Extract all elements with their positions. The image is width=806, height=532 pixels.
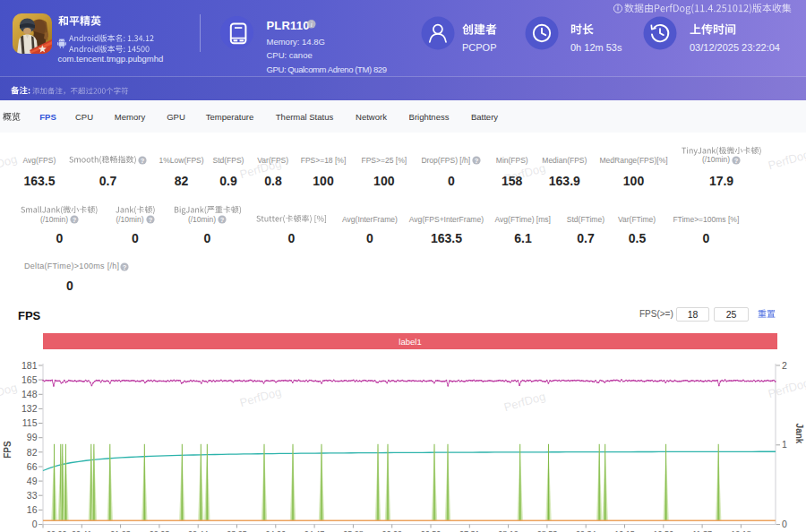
- svg-text:09:34: 09:34: [576, 529, 596, 532]
- svg-text:0: 0: [782, 519, 787, 529]
- svg-text:10:15: 10:15: [614, 529, 635, 532]
- svg-text:?: ?: [475, 157, 479, 165]
- svg-text:07:31: 07:31: [459, 529, 480, 532]
- svg-text:181: 181: [21, 360, 38, 371]
- svg-text:16: 16: [27, 504, 38, 515]
- svg-text:06:09: 06:09: [382, 529, 402, 532]
- svg-text:132: 132: [21, 403, 38, 414]
- svg-text:08:53: 08:53: [537, 529, 558, 532]
- svg-text:05:28: 05:28: [343, 529, 364, 532]
- svg-text:10:56: 10:56: [654, 529, 674, 532]
- svg-text:99: 99: [27, 432, 38, 442]
- svg-text:01:23: 01:23: [110, 529, 131, 532]
- svg-text:02:44: 02:44: [188, 529, 209, 532]
- svg-text:08:12: 08:12: [498, 529, 519, 532]
- svg-text:i: i: [311, 21, 313, 29]
- svg-text:00:41: 00:41: [72, 529, 92, 532]
- svg-text:33: 33: [27, 490, 38, 501]
- svg-text:?: ?: [141, 157, 145, 165]
- svg-text:2: 2: [782, 360, 787, 371]
- svg-text:?: ?: [148, 215, 152, 223]
- svg-text:?: ?: [220, 215, 225, 223]
- svg-text:0: 0: [32, 519, 38, 529]
- svg-text:?: ?: [123, 262, 127, 270]
- svg-text:FPS: FPS: [3, 441, 13, 459]
- svg-text:?: ?: [734, 156, 739, 164]
- svg-text:165: 165: [21, 374, 38, 385]
- svg-text:148: 148: [21, 389, 38, 399]
- svg-text:00:00: 00:00: [47, 529, 67, 532]
- svg-text:06:50: 06:50: [421, 529, 442, 532]
- svg-text:115: 115: [22, 417, 38, 428]
- svg-text:03:25: 03:25: [227, 529, 247, 532]
- svg-text:02:03: 02:03: [150, 529, 170, 532]
- svg-text:66: 66: [27, 461, 38, 472]
- svg-text:11:37: 11:37: [692, 529, 712, 532]
- svg-text:12:18: 12:18: [731, 529, 751, 532]
- svg-text:?: ?: [73, 215, 77, 223]
- svg-text:49: 49: [27, 476, 38, 486]
- svg-text:04:06: 04:06: [266, 529, 287, 532]
- svg-text:82: 82: [27, 447, 38, 458]
- svg-text:1: 1: [782, 439, 787, 450]
- svg-text:Jank: Jank: [794, 424, 804, 444]
- svg-text:04:47: 04:47: [304, 529, 325, 532]
